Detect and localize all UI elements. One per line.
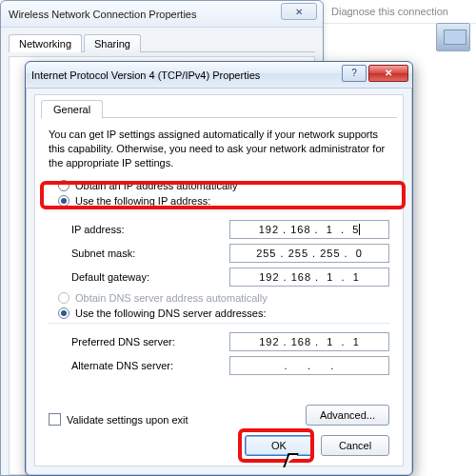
- wireless-title: Wireless Network Connection Properties: [9, 9, 196, 20]
- radio-icon: [58, 195, 69, 207]
- advanced-button[interactable]: Advanced...: [306, 405, 389, 426]
- ipv4-properties-dialog: Internet Protocol Version 4 (TCP/IPv4) P…: [25, 61, 413, 476]
- ipv4-title: Internet Protocol Version 4 (TCP/IPv4) P…: [31, 69, 260, 81]
- cancel-button[interactable]: Cancel: [321, 435, 389, 456]
- preferred-dns-row: Preferred DNS server: 192 . 168 . 1 . 1: [71, 332, 389, 351]
- radio-label: Use the following IP address:: [75, 195, 210, 207]
- subnet-mask-input[interactable]: 255 . 255 . 255 . 0: [229, 244, 389, 263]
- default-gateway-input[interactable]: 192 . 168 . 1 . 1: [229, 268, 389, 287]
- ipv4-titlebar[interactable]: Internet Protocol Version 4 (TCP/IPv4) P…: [26, 62, 412, 89]
- preferred-dns-input[interactable]: 192 . 168 . 1 . 1: [229, 332, 389, 351]
- radio-obtain-ip-auto[interactable]: Obtain an IP address automatically: [58, 180, 389, 191]
- text-caret: [359, 224, 360, 235]
- radio-icon: [58, 307, 69, 319]
- radio-obtain-dns-auto: Obtain DNS server address automatically: [58, 292, 389, 304]
- wireless-titlebar[interactable]: Wireless Network Connection Properties ✕: [1, 1, 323, 28]
- checkbox-icon[interactable]: [49, 413, 61, 426]
- validate-label: Validate settings upon exit: [67, 414, 188, 426]
- default-gateway-row: Default gateway: 192 . 168 . 1 . 1: [71, 268, 389, 287]
- radio-use-following-dns[interactable]: Use the following DNS server addresses:: [58, 307, 389, 319]
- tab-networking[interactable]: Networking: [9, 34, 82, 52]
- alternate-dns-row: Alternate DNS server: . . .: [71, 356, 389, 375]
- radio-icon: [58, 180, 69, 191]
- radio-use-following-ip[interactable]: Use the following IP address:: [58, 195, 389, 207]
- close-button[interactable]: ✕: [368, 65, 408, 82]
- help-button[interactable]: ?: [342, 65, 367, 82]
- default-gateway-label: Default gateway:: [71, 271, 149, 283]
- subnet-mask-row: Subnet mask: 255 . 255 . 255 . 0: [71, 244, 389, 263]
- ip-address-row: IP address: 192 . 168 . 1 . 5: [71, 220, 389, 239]
- alternate-dns-input[interactable]: . . .: [229, 356, 389, 375]
- ip-address-label: IP address:: [71, 224, 124, 235]
- radio-label: Obtain an IP address automatically: [75, 180, 237, 191]
- radio-icon: [58, 292, 69, 304]
- alternate-dns-label: Alternate DNS server:: [71, 360, 173, 371]
- radio-label: Use the following DNS server addresses:: [75, 307, 267, 319]
- ok-button[interactable]: OK: [245, 435, 313, 456]
- description-text: You can get IP settings assigned automat…: [49, 128, 389, 170]
- adapter-icon: [436, 23, 470, 51]
- ip-address-input[interactable]: 192 . 168 . 1 . 5: [229, 220, 389, 239]
- close-icon[interactable]: ✕: [281, 3, 317, 20]
- preferred-dns-label: Preferred DNS server:: [71, 336, 175, 347]
- diagnose-link[interactable]: Diagnose this connection: [324, 0, 476, 24]
- tab-sharing[interactable]: Sharing: [84, 34, 141, 52]
- radio-label: Obtain DNS server address automatically: [75, 292, 268, 304]
- subnet-mask-label: Subnet mask:: [71, 248, 135, 259]
- tab-general[interactable]: General: [41, 100, 103, 118]
- validate-checkbox-row[interactable]: Validate settings upon exit: [49, 413, 188, 426]
